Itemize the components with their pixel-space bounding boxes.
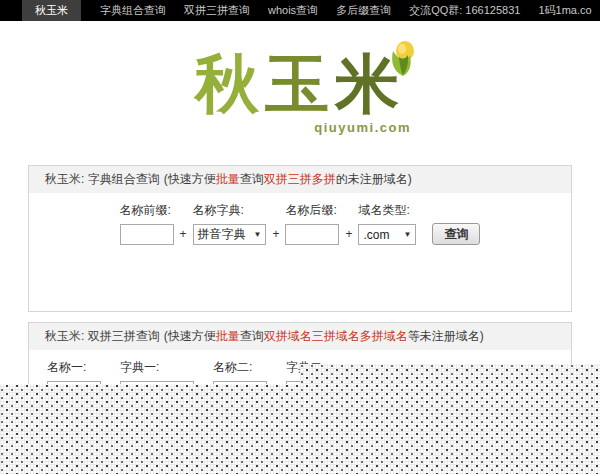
logo-domain-text: qiuyumi.com: [195, 120, 411, 135]
dict-panel-title: 秋玉米: 字典组合查询: [45, 171, 160, 188]
dropdown-arrow-icon: ▼: [404, 230, 412, 239]
top-nav-bar: 秋玉米 字典组合查询 双拼三拼查询 whois查询 多后缀查询 交流QQ群: 1…: [0, 0, 600, 21]
logo-text: 秋玉米: [195, 51, 405, 118]
name-suffix-label: 名称后缀:: [285, 202, 336, 219]
name-dict-select[interactable]: 拼音字典 ▼: [193, 224, 267, 245]
pinyin-panel-desc-red1: 批量: [216, 328, 240, 345]
nav-item-multi-suffix-query[interactable]: 多后缀查询: [327, 0, 400, 21]
logo-char-1: 秋: [195, 48, 265, 120]
name-prefix-label: 名称前缀:: [120, 202, 171, 219]
name-one-label: 名称一:: [47, 359, 86, 376]
name-dict-select-value: 拼音字典: [198, 226, 246, 243]
nav-item-dict-combo-query[interactable]: 字典组合查询: [91, 0, 175, 21]
dict-panel-header: 秋玉米: 字典组合查询 (快速方便批量查询双拼三拼多拼的未注册域名): [29, 166, 571, 193]
logo-section: 秋玉米 qiuyumi.com: [0, 21, 600, 165]
nav-item-1ma-link[interactable]: 1码1ma.co: [529, 0, 600, 21]
dict-panel-body: 名称前缀: + 名称字典: 拼音字典 ▼ + 名称后缀: + 域名类型: .co…: [29, 193, 571, 245]
dict-panel-desc-mid: 查询: [240, 171, 264, 188]
pinyin-panel-desc-open: (快速方便: [164, 328, 216, 345]
dict-panel-desc-close: 的未注册域名): [336, 171, 412, 188]
dict-panel-desc-red2: 双拼三拼多拼: [264, 171, 336, 188]
site-logo-link[interactable]: 秋玉米 qiuyumi.com: [195, 51, 405, 134]
domain-type-select[interactable]: .com ▼: [358, 224, 416, 245]
nav-item-pinyin-query[interactable]: 双拼三拼查询: [175, 0, 259, 21]
plus-separator: +: [266, 227, 285, 245]
corn-icon: [385, 39, 419, 79]
dict-one-label: 字典一:: [120, 359, 159, 376]
nav-item-home[interactable]: 秋玉米: [22, 0, 81, 21]
dict-panel-desc-red1: 批量: [216, 171, 240, 188]
domain-type-select-value: .com: [363, 228, 395, 242]
name-two-label: 名称二:: [213, 359, 252, 376]
pinyin-panel-desc-red2: 双拼域名三拼域名多拼域名: [264, 328, 408, 345]
nav-item-whois-query[interactable]: whois查询: [259, 0, 327, 21]
dropdown-arrow-icon: ▼: [254, 230, 262, 239]
name-dict-label: 名称字典:: [193, 202, 244, 219]
plus-separator: +: [174, 227, 193, 245]
dict-combo-query-panel: 秋玉米: 字典组合查询 (快速方便批量查询双拼三拼多拼的未注册域名) 名称前缀:…: [28, 165, 572, 312]
name-suffix-input[interactable]: [285, 224, 339, 245]
nav-qq-group-text: 交流QQ群: 166125831: [400, 0, 529, 21]
pinyin-panel-desc-close: 等未注册域名): [408, 328, 484, 345]
dict-panel-desc-open: (快速方便: [164, 171, 216, 188]
search-button[interactable]: 查询: [432, 223, 480, 245]
plus-separator: +: [339, 227, 358, 245]
name-prefix-input[interactable]: [120, 224, 174, 245]
logo-char-2: 玉: [265, 48, 335, 120]
domain-type-label: 域名类型:: [358, 202, 409, 219]
pinyin-panel-title: 秋玉米: 双拼三拼查询: [45, 328, 160, 345]
pinyin-panel-header: 秋玉米: 双拼三拼查询 (快速方便批量查询双拼域名三拼域名多拼域名等未注册域名): [29, 323, 571, 350]
pinyin-panel-desc-mid: 查询: [240, 328, 264, 345]
